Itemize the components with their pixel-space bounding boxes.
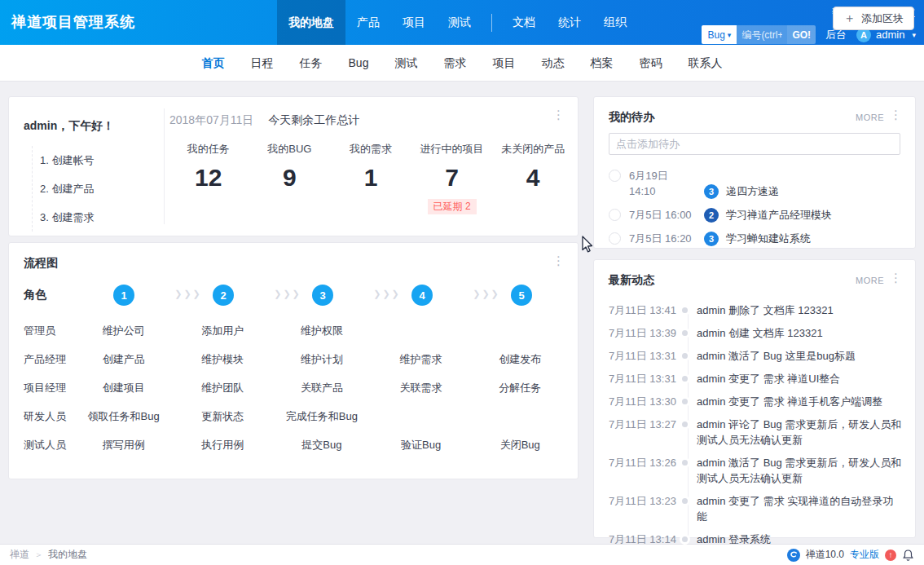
todo-list: 6月19日14:10 3 递四方速递 7月5日 16:00 2 学习禅道产品经理… <box>609 168 905 254</box>
news-item: 7月11日 13:23 admin 变更了 需求 实现禅道的自动登录功能 <box>609 493 904 524</box>
news-panel: 最新动态 MORE ⋮ 7月11日 13:41 admin 删除了 文档库 12… <box>593 259 916 538</box>
mouse-cursor <box>579 235 593 254</box>
flow-panel: 流程图 ⋮ 角色 1 2 3 4 5 ❯❯❯ ❯❯❯ ❯❯❯ ❯❯❯ 管理员 维… <box>8 242 579 479</box>
timeline-dot-icon <box>682 422 688 427</box>
zentao-logo-icon <box>787 549 800 562</box>
tab-home[interactable]: 首页 <box>189 45 238 81</box>
todo-checkbox[interactable] <box>609 170 621 182</box>
summary-title: 今天剩余工作总计 <box>268 113 359 126</box>
step-circle-4: 4 <box>411 285 433 306</box>
timeline-dot-icon <box>682 353 688 359</box>
kebab-menu-icon[interactable]: ⋮ <box>552 108 565 121</box>
todo-panel: 我的待办 MORE ⋮ 6月19日14:10 3 递四方速递 7月5日 16:0… <box>593 96 916 249</box>
quick-step[interactable]: 1. 创建帐号 <box>40 146 94 174</box>
todo-checkbox[interactable] <box>609 232 621 245</box>
vertical-divider <box>164 108 165 224</box>
top-bar: 禅道项目管理系统 我的地盘 产品 项目 测试 文档 统计 组织 帮助▾ 关于禅道… <box>0 0 924 45</box>
news-text[interactable]: admin 删除了 文档库 123321 <box>697 302 834 318</box>
role-header: 角色 <box>24 288 74 302</box>
add-todo-input[interactable] <box>609 133 900 155</box>
today-date: 2018年07月11日 <box>169 113 253 126</box>
tab-test[interactable]: 测试 <box>381 45 430 81</box>
tab-task[interactable]: 任务 <box>287 45 336 81</box>
chevron-right-icon: ❯❯❯ <box>470 289 503 299</box>
todo-text[interactable]: 递四方速递 <box>726 183 779 199</box>
nav-doc[interactable]: 文档 <box>501 0 547 45</box>
main-nav: 我的地盘 产品 项目 测试 文档 统计 组织 <box>277 0 638 45</box>
timeline-dot-icon <box>682 498 688 504</box>
nav-project[interactable]: 项目 <box>391 0 437 45</box>
news-text[interactable]: admin 激活了 Bug 需求更新后，研发人员和测试人员无法确认更新 <box>697 455 904 486</box>
delay-badge: 已延期 2 <box>428 199 477 214</box>
news-text[interactable]: admin 激活了 Bug 这里是bug标题 <box>697 348 856 364</box>
nav-product[interactable]: 产品 <box>345 0 391 45</box>
flow-row-product-manager: 产品经理 创建产品 维护模块 维护计划 维护需求 创建发布 <box>24 345 570 373</box>
nav-org[interactable]: 组织 <box>592 0 638 45</box>
news-text[interactable]: admin 评论了 Bug 需求更新后，研发人员和测试人员无法确认更新 <box>697 417 904 448</box>
app-title: 禅道项目管理系统 <box>0 0 277 45</box>
timeline-dot-icon <box>682 307 688 313</box>
stat-my-bugs[interactable]: 我的BUG 9 <box>249 142 331 214</box>
quick-steps-list: 1. 创建帐号 2. 创建产品 3. 创建需求 <box>32 146 94 232</box>
search-go-button[interactable]: GO! <box>787 25 816 44</box>
tab-bug[interactable]: Bug <box>336 45 382 81</box>
todo-more-link[interactable]: MORE <box>856 113 884 122</box>
timeline-dot-icon <box>682 536 688 542</box>
news-item: 7月11日 13:26 admin 激活了 Bug 需求更新后，研发人员和测试人… <box>609 455 904 486</box>
tab-password[interactable]: 密码 <box>626 45 675 81</box>
step-circle-5: 5 <box>511 285 532 306</box>
stat-open-products[interactable]: 未关闭的产品 4 <box>492 142 574 214</box>
news-item: 7月11日 13:39 admin 创建 文档库 123321 <box>609 325 904 341</box>
kebab-menu-icon[interactable]: ⋮ <box>890 271 902 284</box>
stat-ongoing-projects[interactable]: 进行中的项目 7 已延期 2 <box>411 142 493 214</box>
global-search: Bug▾ GO! <box>702 25 816 44</box>
nav-my-zone[interactable]: 我的地盘 <box>277 0 345 45</box>
tab-schedule[interactable]: 日程 <box>238 45 287 81</box>
news-more-link[interactable]: MORE <box>856 276 884 285</box>
todo-item[interactable]: 6月19日14:10 3 递四方速递 <box>609 168 905 199</box>
step-circle-2: 2 <box>213 285 234 306</box>
stat-my-tasks[interactable]: 我的任务 12 <box>168 142 249 214</box>
todo-checkbox[interactable] <box>609 209 621 221</box>
todo-text[interactable]: 学习蝉知建站系统 <box>726 231 811 246</box>
quick-step[interactable]: 2. 创建产品 <box>40 174 94 203</box>
tab-contacts[interactable]: 联系人 <box>675 45 735 81</box>
nav-stats[interactable]: 统计 <box>547 0 592 45</box>
breadcrumb-home[interactable]: 禅道 <box>10 548 29 562</box>
todo-item[interactable]: 7月5日 16:00 2 学习禅道产品经理模块 <box>609 207 905 223</box>
tab-project[interactable]: 项目 <box>479 45 528 81</box>
breadcrumb-current: 我的地盘 <box>48 548 87 562</box>
kebab-menu-icon[interactable]: ⋮ <box>552 254 565 267</box>
chevron-down-icon: ▾ <box>728 31 732 39</box>
flow-row-tester: 测试人员 撰写用例 执行用例 提交Bug 验证Bug 关闭Bug <box>24 430 570 459</box>
kebab-menu-icon[interactable]: ⋮ <box>890 108 902 121</box>
news-item: 7月11日 13:41 admin 删除了 文档库 123321 <box>609 302 904 318</box>
todo-item[interactable]: 7月5日 16:20 3 学习蝉知建站系统 <box>609 231 905 246</box>
search-input[interactable] <box>737 25 787 44</box>
flow-steps-row: 角色 1 2 3 4 5 ❯❯❯ ❯❯❯ ❯❯❯ ❯❯❯ <box>24 282 578 308</box>
tab-story[interactable]: 需求 <box>430 45 479 81</box>
todo-text[interactable]: 学习禅道产品经理模块 <box>726 207 832 223</box>
news-text[interactable]: admin 变更了 需求 禅道手机客户端调整 <box>697 394 882 409</box>
add-block-button[interactable]: ＋ 添加区块 <box>833 7 914 30</box>
news-text[interactable]: admin 创建 文档库 123321 <box>697 325 823 341</box>
news-title: 最新动态 <box>609 273 654 288</box>
priority-badge: 3 <box>704 184 719 199</box>
tab-dynamic[interactable]: 动态 <box>528 45 577 81</box>
tab-file[interactable]: 档案 <box>577 45 626 81</box>
news-text[interactable]: admin 变更了 需求 禅道UI整合 <box>697 371 840 386</box>
breadcrumb-separator-icon: ＞ <box>34 549 43 561</box>
quick-step[interactable]: 3. 创建需求 <box>40 203 94 232</box>
news-text[interactable]: admin 变更了 需求 实现禅道的自动登录功能 <box>697 493 904 524</box>
upgrade-icon[interactable]: ↑ <box>885 550 896 561</box>
version-label: 禅道10.0 <box>806 548 844 562</box>
nav-test[interactable]: 测试 <box>437 0 482 45</box>
chevron-right-icon: ❯❯❯ <box>172 289 205 299</box>
edition-link[interactable]: 专业版 <box>850 548 879 562</box>
timeline-dot-icon <box>682 460 688 466</box>
notification-bell-icon[interactable] <box>902 549 914 562</box>
search-type-dropdown[interactable]: Bug▾ <box>702 25 737 44</box>
news-item: 7月11日 13:27 admin 评论了 Bug 需求更新后，研发人员和测试人… <box>609 417 904 448</box>
stat-my-stories[interactable]: 我的需求 1 <box>330 142 411 214</box>
footer-bar: 禅道 ＞ 我的地盘 禅道10.0 专业版 ↑ <box>0 544 924 565</box>
